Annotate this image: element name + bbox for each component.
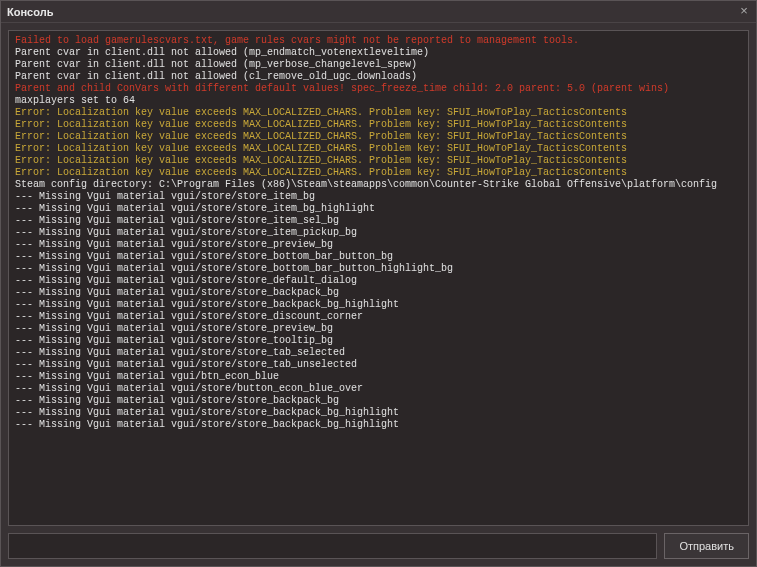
console-line: --- Missing Vgui material vgui/store/sto… (15, 395, 742, 407)
console-line: --- Missing Vgui material vgui/store/sto… (15, 419, 742, 431)
console-line: --- Missing Vgui material vgui/store/but… (15, 383, 742, 395)
console-line: Steam config directory: C:\Program Files… (15, 179, 742, 191)
console-line: --- Missing Vgui material vgui/store/sto… (15, 323, 742, 335)
console-line: --- Missing Vgui material vgui/store/sto… (15, 239, 742, 251)
console-line: Error: Localization key value exceeds MA… (15, 119, 742, 131)
console-line: --- Missing Vgui material vgui/store/sto… (15, 347, 742, 359)
console-line: --- Missing Vgui material vgui/store/sto… (15, 263, 742, 275)
console-line: --- Missing Vgui material vgui/store/sto… (15, 191, 742, 203)
console-line: Error: Localization key value exceeds MA… (15, 167, 742, 179)
console-line: Parent cvar in client.dll not allowed (m… (15, 59, 742, 71)
console-line: maxplayers set to 64 (15, 95, 742, 107)
console-line: Error: Localization key value exceeds MA… (15, 143, 742, 155)
console-line: --- Missing Vgui material vgui/store/sto… (15, 275, 742, 287)
console-line: Error: Localization key value exceeds MA… (15, 107, 742, 119)
console-line: --- Missing Vgui material vgui/store/sto… (15, 335, 742, 347)
console-line: --- Missing Vgui material vgui/store/sto… (15, 227, 742, 239)
close-icon[interactable]: × (736, 4, 752, 20)
console-line: Parent cvar in client.dll not allowed (m… (15, 47, 742, 59)
console-line: --- Missing Vgui material vgui/btn_econ_… (15, 371, 742, 383)
command-input[interactable] (8, 533, 657, 559)
console-line: --- Missing Vgui material vgui/store/sto… (15, 215, 742, 227)
console-line: Error: Localization key value exceeds MA… (15, 155, 742, 167)
console-line: --- Missing Vgui material vgui/store/sto… (15, 407, 742, 419)
console-line: --- Missing Vgui material vgui/store/sto… (15, 203, 742, 215)
console-line: Parent cvar in client.dll not allowed (c… (15, 71, 742, 83)
console-line: --- Missing Vgui material vgui/store/sto… (15, 287, 742, 299)
console-window: Консоль × Failed to load gamerulescvars.… (0, 0, 757, 567)
console-line: --- Missing Vgui material vgui/store/sto… (15, 251, 742, 263)
console-line: Failed to load gamerulescvars.txt, game … (15, 35, 742, 47)
input-row: Отправить (8, 533, 749, 559)
window-title: Консоль (7, 6, 53, 18)
titlebar[interactable]: Консоль × (1, 1, 756, 23)
console-line: --- Missing Vgui material vgui/store/sto… (15, 299, 742, 311)
console-line: --- Missing Vgui material vgui/store/sto… (15, 311, 742, 323)
console-line: Parent and child ConVars with different … (15, 83, 742, 95)
content-area: Failed to load gamerulescvars.txt, game … (1, 23, 756, 566)
console-line: Error: Localization key value exceeds MA… (15, 131, 742, 143)
send-button[interactable]: Отправить (664, 533, 749, 559)
console-line: --- Missing Vgui material vgui/store/sto… (15, 359, 742, 371)
console-output[interactable]: Failed to load gamerulescvars.txt, game … (8, 30, 749, 526)
